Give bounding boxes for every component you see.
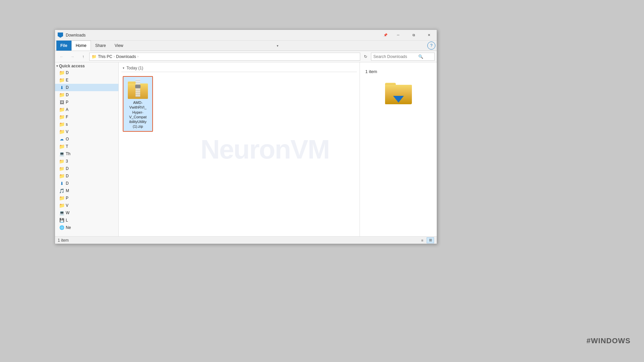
status-bar: 1 item ≡ ⊞ — [55, 236, 437, 244]
t1-folder-icon: 📁 — [59, 144, 64, 149]
sidebar-item-this-pc[interactable]: 💻 Th — [55, 150, 118, 158]
sidebar-item-l1[interactable]: 💾 L — [55, 217, 118, 224]
downloads-icon — [58, 33, 63, 38]
view-list-button[interactable]: ≡ — [419, 237, 426, 243]
sidebar-item-downloads[interactable]: ⬇ D — [55, 84, 118, 91]
pin-button[interactable]: 📌 — [380, 30, 390, 41]
forward-button[interactable]: → — [68, 52, 77, 61]
sidebar-item-onedrive[interactable]: ☁ O — [55, 135, 118, 143]
sidebar-label-music: M — [66, 188, 69, 193]
sidebar-item-t1[interactable]: 📁 T — [55, 143, 118, 150]
sidebar-item-downloads2[interactable]: ⬇ D — [55, 180, 118, 187]
main-area: ▾ Quick access 📁 D 📁 E ⬇ D 📁 D 🖼 P — [55, 62, 437, 236]
search-box[interactable]: 🔍 — [371, 53, 435, 61]
sidebar-item-3d[interactable]: 📁 3 — [55, 158, 118, 165]
file-icons-area: AMD-VwithRVI_Hyper-V_CompatibilityUtilit… — [121, 75, 357, 133]
pictures-folder-icon: 🖼 — [59, 100, 64, 105]
title-bar-left: Downloads — [55, 33, 380, 38]
search-input[interactable] — [373, 54, 417, 59]
refresh-button[interactable]: ↻ — [362, 53, 370, 61]
sidebar-label-downloads: D — [66, 85, 69, 90]
tab-file[interactable]: File — [56, 41, 71, 51]
address-bar: ← → ↑ 📁 This PC › Downloads › ↻ 🔍 — [55, 51, 437, 62]
view-icons-button[interactable]: ⊞ — [427, 237, 434, 243]
breadcrumb[interactable]: 📁 This PC › Downloads › — [89, 53, 360, 61]
preview-folder-icon — [385, 81, 412, 104]
ribbon-chevron[interactable]: ▾ — [275, 44, 280, 48]
ribbon-tabs: File Home Share View ▾ ? — [55, 41, 437, 51]
preview-pane: 1 item — [360, 62, 437, 236]
sidebar-item-pictures2[interactable]: 📁 P — [55, 194, 118, 202]
tab-home[interactable]: Home — [71, 41, 91, 51]
sidebar: ▾ Quick access 📁 D 📁 E ⬇ D 📁 D 🖼 P — [55, 62, 119, 236]
breadcrumb-this-pc[interactable]: This PC — [97, 54, 113, 59]
l1-icon: 💾 — [59, 218, 64, 223]
d2-folder-icon: 📁 — [59, 166, 64, 171]
file-list: NeuronVM ▾ Today (1) AMD — [119, 62, 360, 236]
this-pc-icon: 💻 — [59, 151, 64, 157]
maximize-button[interactable]: ⧉ — [406, 30, 421, 41]
sidebar-item-desktop[interactable]: 📁 D — [55, 69, 118, 76]
sidebar-label-network: Ne — [66, 225, 71, 230]
file-item-amd-zip[interactable]: AMD-VwithRVI_Hyper-V_CompatibilityUtilit… — [123, 76, 153, 132]
sidebar-item-explorer[interactable]: 📁 E — [55, 76, 118, 84]
file-explorer-window: Downloads 📌 ─ ⧉ ✕ File Home Share View ▾… — [55, 29, 437, 244]
sidebar-label-this-pc: Th — [66, 152, 70, 156]
d3-folder-icon: 📁 — [59, 173, 64, 179]
v1-folder-icon: 📁 — [59, 129, 64, 134]
breadcrumb-folder-icon: 📁 — [92, 54, 97, 59]
sidebar-item-pictures[interactable]: 🖼 P — [55, 99, 118, 106]
quick-access-chevron-icon: ▾ — [56, 64, 58, 68]
sidebar-section-quick-access[interactable]: ▾ Quick access — [55, 62, 118, 69]
content-area: NeuronVM ▾ Today (1) AMD — [119, 62, 437, 236]
preview-item-count: 1 item — [365, 69, 377, 74]
sidebar-item-src[interactable]: 📁 s — [55, 121, 118, 128]
onedrive-icon: ☁ — [59, 136, 64, 142]
group-chevron-icon: ▾ — [123, 66, 124, 70]
sidebar-label-onedrive: O — [66, 137, 69, 141]
sidebar-item-d3[interactable]: 📁 D — [55, 172, 118, 180]
sidebar-item-music[interactable]: 🎵 M — [55, 187, 118, 194]
sidebar-label-src: s — [66, 122, 68, 127]
amd-folder-icon: 📁 — [59, 107, 64, 112]
zip-file-icon — [128, 79, 148, 99]
sidebar-label-videos: V — [66, 203, 68, 208]
minimize-button[interactable]: ─ — [390, 30, 406, 41]
window-title: Downloads — [66, 33, 86, 38]
breadcrumb-sep-2: › — [137, 55, 138, 58]
sidebar-label-documents: D — [66, 93, 69, 97]
network-icon: 🌐 — [59, 225, 64, 230]
sidebar-label-pictures: P — [66, 100, 68, 105]
file-name-amd-zip: AMD-VwithRVI_Hyper-V_CompatibilityUtilit… — [125, 100, 151, 129]
sidebar-label-3d: 3 — [66, 159, 68, 164]
sidebar-label-explorer: E — [66, 78, 68, 82]
help-button[interactable]: ? — [427, 42, 435, 50]
breadcrumb-downloads[interactable]: Downloads — [115, 54, 137, 59]
group-header-label: Today (1) — [126, 66, 143, 70]
quick-access-label: Quick access — [59, 64, 85, 68]
sidebar-item-documents[interactable]: 📁 D — [55, 91, 118, 99]
tab-share[interactable]: Share — [91, 41, 110, 51]
back-button[interactable]: ← — [57, 52, 66, 61]
sidebar-item-d2[interactable]: 📁 D — [55, 165, 118, 172]
up-button[interactable]: ↑ — [78, 52, 88, 61]
sidebar-label-pictures2: P — [66, 196, 68, 200]
tab-view[interactable]: View — [110, 41, 128, 51]
sidebar-label-d3: D — [66, 174, 69, 178]
title-bar: Downloads 📌 ─ ⧉ ✕ — [55, 30, 437, 41]
breadcrumb-sep-1: › — [114, 55, 115, 58]
sidebar-label-v1: V — [66, 129, 68, 134]
ribbon: File Home Share View ▾ ? — [55, 41, 437, 51]
sidebar-item-videos[interactable]: 📁 V — [55, 202, 118, 209]
sidebar-item-f1[interactable]: 📁 F — [55, 113, 118, 121]
group-header-today[interactable]: ▾ Today (1) — [121, 65, 357, 72]
sidebar-item-v1[interactable]: 📁 V — [55, 128, 118, 135]
search-icon-button[interactable]: 🔍 — [418, 54, 423, 59]
sidebar-label-amd: A — [66, 107, 68, 112]
close-button[interactable]: ✕ — [421, 30, 437, 41]
sidebar-item-w1[interactable]: 💻 W — [55, 209, 118, 217]
sidebar-label-d2: D — [66, 166, 69, 171]
windows-branding: #WINDOWS — [587, 337, 631, 345]
sidebar-item-network[interactable]: 🌐 Ne — [55, 224, 118, 231]
sidebar-item-amd[interactable]: 📁 A — [55, 106, 118, 113]
